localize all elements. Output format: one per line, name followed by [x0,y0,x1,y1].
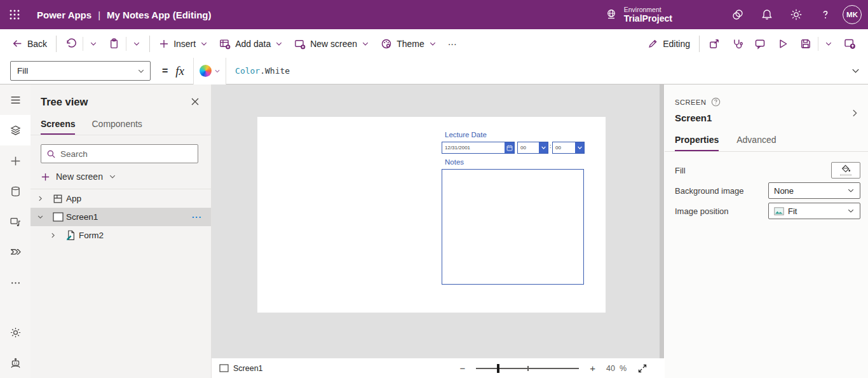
notifications-button[interactable] [752,0,782,29]
date-input[interactable]: 12/31/2001 [442,142,515,154]
dropdown-chevron-button[interactable] [539,142,548,153]
environment-switcher[interactable]: Environment TrialProject [604,6,672,24]
rail-virtual-agent-button[interactable] [0,348,31,378]
formula-bar-expand-button[interactable] [843,66,868,76]
dropdown-chevron-button[interactable] [575,142,584,153]
insert-button[interactable]: Insert [153,33,214,55]
chevron-down-icon [541,145,546,151]
rail-power-automate-button[interactable] [0,237,31,267]
plus-icon [41,172,50,182]
paste-button[interactable] [103,33,125,55]
hamburger-icon [10,94,22,106]
rail-menu-button[interactable] [0,84,31,115]
more-commands-button[interactable]: ··· [442,33,463,55]
new-screen-button[interactable]: New screen [288,33,375,55]
search-icon [46,149,56,159]
separator [56,36,57,52]
media-icon [10,216,22,228]
tree-item-app[interactable]: App [31,189,211,208]
tab-properties[interactable]: Properties [675,132,719,151]
rail-tree-view-button[interactable] [0,115,31,145]
undo-button[interactable] [60,33,82,55]
rail-media-button[interactable] [0,206,31,237]
comments-button[interactable] [749,33,771,55]
toolbar: Back Insert Add data New screen Theme ··… [0,29,868,58]
avatar[interactable]: MK [843,5,862,24]
back-button[interactable]: Back [6,33,53,55]
pencil-icon [648,38,658,49]
date-field-label: Lecture Date [445,131,487,138]
close-panel-button[interactable] [188,95,202,109]
palette-icon [381,38,392,50]
save-button[interactable] [794,33,817,55]
tree-item-form2[interactable]: Form2 [31,226,211,245]
undo-dropdown-button[interactable] [84,33,103,55]
help-icon [820,9,831,20]
property-row-image-position: Image position Fit [675,201,860,221]
calendar-button[interactable] [505,142,514,153]
paste-dropdown-button[interactable] [127,33,146,55]
publish-icon [844,37,856,50]
add-data-button[interactable]: Add data [214,33,288,55]
tab-components[interactable]: Components [92,116,142,135]
minute-dropdown[interactable]: 00 [552,142,585,154]
rail-more-button[interactable] [0,267,31,298]
comment-icon [754,38,766,50]
preview-button[interactable] [771,33,794,55]
editing-mode-button[interactable]: Editing [642,33,696,55]
tree-item-screen1[interactable]: Screen1 ··· [31,208,211,226]
notes-textarea[interactable] [442,169,584,285]
share-button[interactable] [703,33,726,55]
help-button[interactable] [811,0,840,29]
formula-input[interactable]: Color.White [226,66,843,76]
separator [149,36,150,52]
document-title: My Notes App (Editing) [107,10,211,20]
zoom-slider-thumb[interactable] [497,364,499,373]
zoom-slider[interactable] [476,368,579,369]
publish-button[interactable] [838,33,862,55]
waffle-icon [9,9,20,20]
search-input[interactable] [60,149,193,159]
left-rail [0,84,31,378]
image-position-dropdown[interactable]: Fit [768,203,860,219]
property-selector[interactable]: Fill [10,61,151,81]
expand-properties-chevron[interactable] [850,109,859,118]
zoom-in-button[interactable]: + [588,363,597,374]
waffle-menu-button[interactable] [0,0,29,29]
rail-data-button[interactable] [0,176,31,206]
zoom-out-button[interactable]: − [458,363,466,374]
copilot-button[interactable] [723,0,752,29]
app-screen-preview[interactable]: Lecture Date 12/31/2001 00 : 00 Notes [257,117,606,313]
chevron-down-icon [825,40,832,48]
theme-button[interactable]: Theme [375,33,442,55]
item-more-actions-button[interactable]: ··· [188,212,206,222]
tree-item-label: Form2 [79,231,104,240]
tab-advanced[interactable]: Advanced [736,132,776,151]
layers-icon [10,125,22,137]
fit-to-window-button[interactable] [636,363,649,374]
rail-settings-button[interactable] [0,317,31,348]
app-checker-button[interactable] [726,33,749,55]
notes-field-label: Notes [445,158,464,166]
back-arrow-icon [12,38,23,49]
hour-dropdown[interactable]: 00 [517,142,548,154]
save-dropdown-button[interactable] [819,33,838,55]
canvas-area: Lecture Date 12/31/2001 00 : 00 Notes Sc… [212,84,664,378]
separator [699,36,700,52]
status-screen-selector[interactable]: Screen1 [219,364,263,373]
canvas-scrollbar[interactable] [660,84,664,358]
chevron-right-icon[interactable] [43,232,62,239]
settings-button[interactable] [782,0,811,29]
background-image-dropdown[interactable]: None [768,182,860,199]
chevron-down-icon[interactable] [31,213,50,220]
formula-copilot-button[interactable] [193,58,226,84]
tab-screens[interactable]: Screens [41,116,75,135]
paint-bucket-icon [841,165,851,173]
tree-new-screen-button[interactable]: New screen [41,172,116,182]
fill-color-button[interactable] [831,162,860,179]
rail-insert-button[interactable] [0,145,31,176]
chevron-right-icon[interactable] [31,195,50,202]
chevron-down-icon [847,187,855,194]
undo-icon [65,38,76,49]
tree-item-label: App [66,194,81,203]
